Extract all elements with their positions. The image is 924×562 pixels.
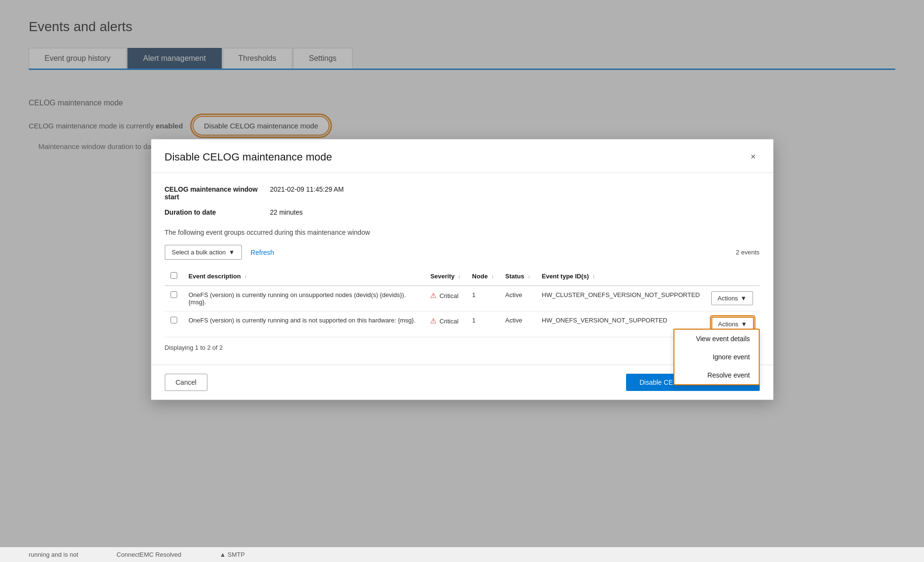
- row2-description: OneFS (version) is currently running and…: [183, 311, 425, 337]
- header-event-type-ids: Event type ID(s) ↕: [536, 267, 706, 286]
- header-node: Node ↕: [467, 267, 500, 286]
- resolve-event-item[interactable]: Resolve event: [674, 366, 759, 384]
- header-status: Status ↕: [500, 267, 536, 286]
- warning-icon: ⚠: [430, 291, 436, 300]
- field-value-1: 22 minutes: [270, 206, 760, 218]
- modal-close-button[interactable]: ×: [747, 150, 760, 164]
- header-event-description: Event description ↕: [183, 267, 425, 286]
- sort-icon-severity: ↕: [458, 274, 461, 279]
- sort-icon-status: ↕: [528, 274, 530, 279]
- field-label-1: Duration to date: [165, 206, 270, 218]
- row1-checkbox-cell: [165, 286, 183, 311]
- row1-description: OneFS (version) is currently running on …: [183, 286, 425, 311]
- header-severity: Severity ↕: [424, 267, 466, 286]
- modal-header: Disable CELOG maintenance mode ×: [151, 139, 773, 173]
- cancel-button[interactable]: Cancel: [165, 374, 208, 391]
- table-row: OneFS (version) is currently running and…: [165, 311, 760, 337]
- table-row: OneFS (version) is currently running on …: [165, 286, 760, 311]
- displaying-text: Displaying 1 to 2 of 2: [165, 344, 760, 351]
- sort-icon-event-type: ↕: [593, 274, 595, 279]
- warning-icon: ⚠: [430, 317, 436, 325]
- view-event-details-item[interactable]: View event details: [674, 330, 759, 348]
- modal-title: Disable CELOG maintenance mode: [165, 151, 332, 163]
- row1-checkbox[interactable]: [171, 291, 177, 298]
- field-label-0: CELOG maintenance window start: [165, 184, 270, 203]
- row2-severity: ⚠ Critical: [424, 311, 466, 337]
- modal: Disable CELOG maintenance mode × CELOG m…: [151, 139, 774, 400]
- chevron-down-icon: ▼: [741, 295, 747, 302]
- header-actions-col: [706, 267, 760, 286]
- row1-actions-button[interactable]: Actions ▼: [711, 291, 753, 305]
- toolbar-left: Select a bulk action ▼ Refresh: [165, 245, 276, 260]
- maintenance-note: The following event groups occurred duri…: [165, 229, 760, 236]
- row2-actions-col: Actions ▼ View event details Ignore even…: [706, 311, 760, 337]
- refresh-button[interactable]: Refresh: [249, 247, 276, 258]
- bottom-partial-row: running and is not ConnectEMC Resolved ▲…: [0, 547, 924, 562]
- row2-checkbox[interactable]: [171, 317, 177, 323]
- severity-badge: ⚠ Critical: [430, 291, 460, 300]
- row1-severity: ⚠ Critical: [424, 286, 466, 311]
- sort-icon-node: ↕: [491, 274, 494, 279]
- field-value-0: 2021-02-09 11:45:29 AM: [270, 184, 760, 203]
- row1-event-type-id: HW_CLUSTER_ONEFS_VERSION_NOT_SUPPORTED: [536, 286, 706, 311]
- modal-overlay: Disable CELOG maintenance mode × CELOG m…: [0, 0, 924, 562]
- chevron-down-icon: ▼: [741, 321, 747, 328]
- ignore-event-item[interactable]: Ignore event: [674, 348, 759, 366]
- info-grid: CELOG maintenance window start 2021-02-0…: [165, 184, 760, 218]
- bulk-action-button[interactable]: Select a bulk action ▼: [165, 245, 242, 260]
- header-checkbox-col: [165, 267, 183, 286]
- actions-dropdown-menu: View event details Ignore event Resolve …: [673, 329, 760, 385]
- severity-badge: ⚠ Critical: [430, 317, 460, 325]
- select-all-checkbox[interactable]: [171, 272, 177, 279]
- sort-icon-description: ↕: [244, 274, 247, 279]
- modal-body: CELOG maintenance window start 2021-02-0…: [151, 173, 773, 365]
- table-header-row: Event description ↕ Severity ↕ Node ↕: [165, 267, 760, 286]
- events-table: Event description ↕ Severity ↕ Node ↕: [165, 267, 760, 337]
- row1-status: Active: [500, 286, 536, 311]
- events-count: 2 events: [736, 249, 759, 256]
- table-toolbar: Select a bulk action ▼ Refresh 2 events: [165, 245, 760, 260]
- row2-status: Active: [500, 311, 536, 337]
- row2-node: 1: [467, 311, 500, 337]
- row1-actions-col: Actions ▼: [706, 286, 760, 311]
- row1-node: 1: [467, 286, 500, 311]
- row2-checkbox-cell: [165, 311, 183, 337]
